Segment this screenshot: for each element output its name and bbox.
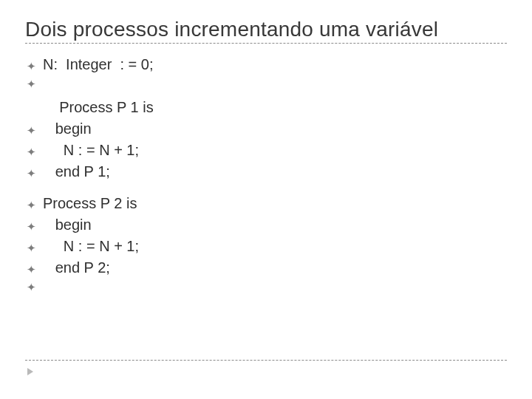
- code-line: ✦ N : = N + 1;: [27, 140, 507, 161]
- bullet-icon: ✦: [27, 123, 43, 139]
- bullet-icon: ✦: [27, 166, 43, 182]
- code-text: end P 2;: [43, 257, 507, 279]
- code-text: N : = N + 1;: [43, 236, 507, 257]
- bullet-icon: ✦: [27, 76, 43, 92]
- code-line: ✦ N : = N + 1;: [27, 236, 507, 257]
- code-block: ✦ N: Integer : = 0; ✦ Process P 1 is ✦ b…: [25, 54, 507, 300]
- code-text: N : = N + 1;: [43, 140, 507, 161]
- code-text: N: Integer : = 0;: [43, 54, 507, 75]
- slide-title: Dois processos incrementando uma variáve…: [25, 18, 507, 41]
- bullet-icon: ✦: [27, 219, 43, 235]
- code-line: ✦ N: Integer : = 0;: [27, 54, 507, 75]
- code-text: end P 1;: [43, 161, 507, 183]
- code-line: ✦ begin: [27, 118, 507, 140]
- code-text: begin: [43, 118, 507, 140]
- bullet-icon: ✦: [27, 197, 43, 214]
- code-text: begin: [43, 214, 507, 236]
- bullet-icon: ✦: [27, 262, 43, 278]
- bullet-icon: ✦: [27, 240, 43, 256]
- blank-line: [27, 183, 507, 193]
- slide: Dois processos incrementando uma variáve…: [0, 0, 532, 399]
- code-line: ✦: [27, 279, 507, 300]
- code-line: ✦ end P 1;: [27, 161, 507, 183]
- bullet-icon: ✦: [27, 144, 43, 160]
- code-line: ✦: [27, 75, 507, 97]
- code-line: Process P 1 is: [27, 97, 507, 118]
- code-line: ✦ begin: [27, 214, 507, 236]
- bottom-divider: [25, 360, 507, 361]
- code-line: ✦ end P 2;: [27, 257, 507, 279]
- code-text: Process P 2 is: [43, 193, 507, 214]
- code-line: ✦ Process P 2 is: [27, 193, 507, 214]
- code-text: Process P 1 is: [43, 97, 507, 118]
- title-divider: [25, 43, 507, 44]
- bullet-icon: ✦: [27, 58, 43, 75]
- slide-marker-icon: [27, 368, 33, 375]
- bullet-icon: ✦: [27, 279, 43, 296]
